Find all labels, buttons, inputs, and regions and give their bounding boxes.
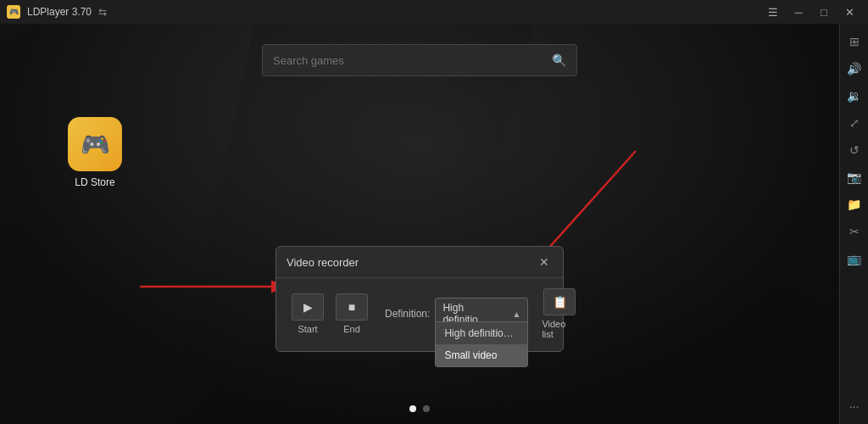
close-button[interactable]: ✕: [837, 0, 861, 24]
title-bar-controls: ☰ ─ □ ✕: [761, 0, 861, 24]
video-recorder-header: Video recorder ✕: [276, 247, 563, 278]
video-recorder-close[interactable]: ✕: [536, 254, 553, 271]
sidebar-icon-screen[interactable]: 📺: [842, 246, 867, 271]
video-recorder-body: ▶ Start ■ End Definition: High definitio…: [276, 278, 563, 351]
start-button[interactable]: ▶ Start: [290, 293, 326, 334]
video-recorder-dialog: Video recorder ✕ ▶ Start ■ End Definitio…: [275, 246, 564, 352]
definition-section: Definition: High definitio… ▲ High defin…: [385, 298, 528, 330]
sidebar-icon-volume-down[interactable]: 🔉: [842, 83, 867, 109]
minimize-button[interactable]: ─: [787, 0, 810, 24]
definition-option-hd[interactable]: High definitio…: [436, 322, 527, 344]
video-list-icon: 📋: [543, 288, 576, 315]
pagination-dot-1[interactable]: [409, 405, 416, 412]
start-icon: ▶: [292, 293, 324, 321]
search-bar[interactable]: 🔍: [262, 44, 577, 76]
sidebar-icon-volume-up[interactable]: 🔊: [842, 56, 867, 81]
maximize-button[interactable]: □: [812, 0, 836, 24]
search-input[interactable]: [273, 54, 545, 67]
ld-store-label: LD Store: [75, 176, 114, 188]
sidebar-icon-scissors[interactable]: ✂: [842, 219, 867, 244]
sidebar: ⊞ 🔊 🔉 ⤢ ↺ 📷 📁 ✂ 📺 ···: [839, 24, 868, 424]
sidebar-icon-camera[interactable]: 📷: [842, 165, 867, 190]
title-bar-left: 🎮 LDPlayer 3.70 ⇆: [7, 5, 107, 19]
dropdown-arrow-icon: ▲: [512, 310, 520, 319]
video-list-button[interactable]: 📋 Video list: [542, 288, 577, 339]
start-label: Start: [298, 324, 317, 334]
search-icon: 🔍: [552, 53, 566, 67]
sidebar-icon-rotate[interactable]: ↺: [842, 137, 867, 163]
sidebar-icon-folder[interactable]: 📁: [842, 192, 867, 217]
video-list-label: Video list: [542, 319, 577, 339]
app-logo: 🎮: [7, 5, 20, 19]
video-recorder-title: Video recorder: [287, 256, 359, 269]
end-button[interactable]: ■ End: [334, 293, 370, 334]
link-icon: ⇆: [98, 6, 107, 18]
pagination-dot-2[interactable]: [423, 405, 430, 412]
definition-option-small[interactable]: Small video: [436, 344, 527, 366]
sidebar-icon-grid[interactable]: ⊞: [842, 29, 867, 54]
ld-store-icon: 🎮: [68, 117, 122, 171]
main-area: 🔍 🎮 LD Store Video recorder ✕: [0, 24, 839, 424]
bg-center: [0, 24, 839, 424]
end-label: End: [343, 324, 360, 334]
sidebar-icon-resize[interactable]: ⤢: [842, 110, 867, 136]
title-bar: 🎮 LDPlayer 3.70 ⇆ ☰ ─ □ ✕: [0, 0, 868, 24]
definition-label: Definition:: [385, 308, 430, 320]
definition-dropdown-menu: High definitio… Small video: [435, 321, 528, 367]
menu-button[interactable]: ☰: [761, 0, 785, 24]
end-icon: ■: [336, 293, 368, 321]
ld-store-app[interactable]: 🎮 LD Store: [68, 117, 122, 188]
definition-dropdown-wrapper: High definitio… ▲ High definitio… Small …: [435, 298, 528, 330]
pagination: [409, 405, 430, 412]
sidebar-icon-more[interactable]: ···: [842, 393, 867, 419]
app-title: LDPlayer 3.70: [27, 6, 92, 18]
